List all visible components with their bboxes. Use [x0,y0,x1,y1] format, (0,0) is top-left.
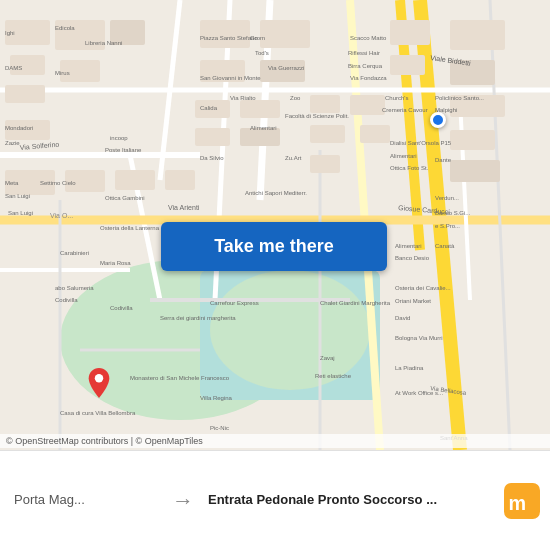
svg-rect-41 [260,20,310,48]
svg-text:Osteria dei Cavalie...: Osteria dei Cavalie... [395,285,451,291]
arrow-icon: → [168,488,198,514]
svg-text:incoop: incoop [110,135,128,141]
svg-point-3 [210,270,370,390]
svg-text:Dialisi Sant'Orsola P15: Dialisi Sant'Orsola P15 [390,140,452,146]
svg-text:Zavaj: Zavaj [320,355,335,361]
svg-text:Scacco Matto: Scacco Matto [350,35,387,41]
svg-rect-23 [5,85,45,103]
svg-text:Riflessi Hair: Riflessi Hair [348,50,380,56]
map-container: Via Solferino San Luigi Via Arienti Gios… [0,0,550,450]
svg-text:Church's: Church's [385,95,409,101]
svg-text:Poste Italiane: Poste Italiane [105,147,142,153]
svg-text:Edicola: Edicola [55,25,75,31]
svg-text:Cremeria Cavour: Cremeria Cavour [382,107,428,113]
svg-text:Facoltà di Scienze Polit.: Facoltà di Scienze Polit. [285,113,349,119]
svg-point-127 [95,374,103,382]
svg-text:abo Salumeria: abo Salumeria [55,285,94,291]
svg-text:Policlinico Santo...: Policlinico Santo... [435,95,484,101]
svg-text:Carrefour Express: Carrefour Express [210,300,259,306]
svg-text:Via Arienti: Via Arienti [168,204,200,211]
to-name: Entrata Pedonale Pronto Soccorso ... [208,492,437,509]
destination-pin [88,368,110,402]
svg-text:San Luigi: San Luigi [5,193,30,199]
svg-rect-30 [115,170,155,190]
svg-text:Zu.Art: Zu.Art [285,155,302,161]
svg-text:Codivilla: Codivilla [110,305,133,311]
svg-text:DAMS: DAMS [5,65,22,71]
svg-rect-32 [450,20,505,50]
svg-rect-50 [240,100,280,118]
svg-text:Ottica Foto St.: Ottica Foto St. [390,165,429,171]
svg-rect-39 [200,20,250,48]
svg-text:Monastero di San Michele Franc: Monastero di San Michele Francesco [130,375,230,381]
svg-rect-43 [310,95,340,113]
svg-text:La Piadina: La Piadina [395,365,424,371]
svg-rect-49 [195,128,230,146]
svg-text:Zoo: Zoo [290,95,301,101]
svg-rect-44 [350,95,385,115]
svg-text:Serra dei giardini margherita: Serra dei giardini margherita [160,315,236,321]
svg-text:Carabinieri: Carabinieri [60,250,89,256]
from-label: Porta Mag... [14,492,85,507]
svg-text:Via O...: Via O... [50,212,73,219]
bottom-bar: Porta Mag... → Entrata Pedonale Pronto S… [0,450,550,550]
svg-text:Birra Cerqua: Birra Cerqua [348,63,383,69]
map-attribution: © OpenStreetMap contributors | © OpenMap… [0,434,550,448]
svg-text:Antichi Sapori Mediterr.: Antichi Sapori Mediterr. [245,190,307,196]
svg-rect-31 [165,170,195,190]
svg-text:David: David [395,315,410,321]
svg-text:Ottica Gambini: Ottica Gambini [105,195,145,201]
svg-text:San Giovanni in Monte: San Giovanni in Monte [200,75,261,81]
svg-text:Via Fondazza: Via Fondazza [350,75,387,81]
svg-text:Banco S.Gi...: Banco S.Gi... [435,210,471,216]
svg-text:Mondadori: Mondadori [5,125,33,131]
svg-text:Alimentari: Alimentari [250,125,277,131]
svg-text:Settimo Cielo: Settimo Cielo [40,180,76,186]
svg-text:Via Guerrazzi: Via Guerrazzi [268,65,304,71]
svg-text:Codivilla: Codivilla [55,297,78,303]
svg-text:Pic-Nic: Pic-Nic [210,425,229,431]
svg-rect-36 [450,160,500,182]
svg-text:Maria Rosa: Maria Rosa [100,260,131,266]
to-section: Entrata Pedonale Pronto Soccorso ... [198,492,498,509]
svg-text:Ighi: Ighi [5,30,15,36]
svg-rect-35 [450,130,495,150]
svg-text:Meta: Meta [5,180,19,186]
origin-pin [430,112,446,128]
svg-text:Da Silvio: Da Silvio [200,155,224,161]
svg-text:Banco Desio: Banco Desio [395,255,430,261]
from-section: Porta Mag... [0,492,168,509]
svg-text:Villa Regina: Villa Regina [200,395,233,401]
svg-text:Via Rialto: Via Rialto [230,95,256,101]
svg-text:Alimentari: Alimentari [390,153,417,159]
svg-text:Verdun...: Verdun... [435,195,459,201]
svg-rect-42 [260,60,305,82]
svg-text:Bologna Via Murri: Bologna Via Murri [395,335,443,341]
svg-text:San Luigi: San Luigi [8,210,33,216]
svg-text:m: m [509,492,527,514]
svg-text:Chalet Giardini Margherita: Chalet Giardini Margherita [320,300,391,306]
svg-rect-37 [390,20,430,45]
svg-text:Casa di cura Villa Bellombra: Casa di cura Villa Bellombra [60,410,136,416]
svg-text:Zazie: Zazie [5,140,20,146]
svg-text:Oriani Market: Oriani Market [395,298,431,304]
svg-rect-47 [310,155,340,173]
svg-text:Mirus: Mirus [55,70,70,76]
svg-text:Dante: Dante [435,157,452,163]
svg-text:Calida: Calida [200,105,218,111]
svg-text:Tod's: Tod's [255,50,269,56]
svg-rect-46 [360,125,390,143]
svg-text:Osteria della Lanterna: Osteria della Lanterna [100,225,160,231]
svg-text:Canatà: Canatà [435,243,455,249]
svg-rect-45 [310,125,345,143]
moovit-logo: m [498,483,550,519]
svg-text:Reti elastiche: Reti elastiche [315,373,352,379]
take-me-there-button[interactable]: Take me there [161,222,387,271]
svg-text:Grom: Grom [250,35,265,41]
svg-text:Libreria Nanni: Libreria Nanni [85,40,122,46]
svg-rect-38 [390,55,425,75]
svg-text:e S.Pro...: e S.Pro... [435,223,460,229]
svg-text:Alimentari: Alimentari [395,243,422,249]
